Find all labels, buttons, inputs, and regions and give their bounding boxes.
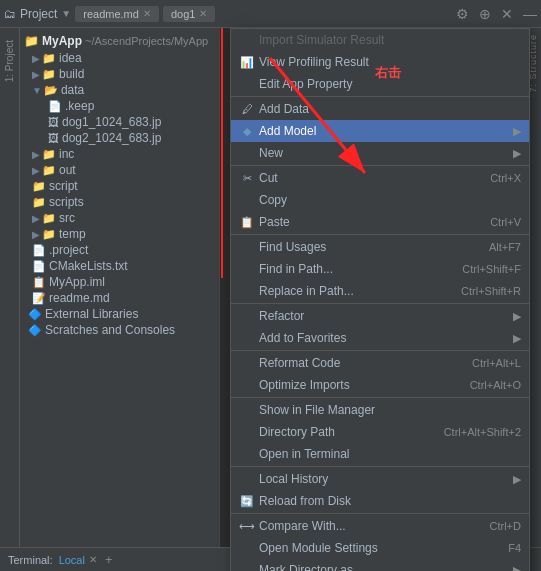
tree-item-scripts[interactable]: 📁 scripts — [20, 194, 219, 210]
tree-item-readme[interactable]: 📝 readme.md — [20, 290, 219, 306]
shortcut-label: Ctrl+Alt+L — [472, 357, 521, 369]
scratch-icon: 🔷 — [28, 324, 42, 337]
menu-item-refactor[interactable]: Refactor ▶ — [231, 305, 529, 327]
tree-item-cmakelists[interactable]: 📄 CMakeLists.txt — [20, 258, 219, 274]
menu-item-show-file-mgr[interactable]: Show in File Manager — [231, 399, 529, 421]
menu-label: Find Usages — [259, 240, 326, 254]
shortcut-label: Ctrl+Shift+F — [462, 263, 521, 275]
tree-item-keep[interactable]: 📄 .keep — [20, 98, 219, 114]
menu-item-reload-disk[interactable]: 🔄 Reload from Disk — [231, 490, 529, 512]
menu-item-open-module[interactable]: Open Module Settings F4 — [231, 537, 529, 559]
menu-item-add-model[interactable]: ◆ Add Model ▶ — [231, 120, 529, 142]
shortcut-label: Ctrl+D — [490, 520, 521, 532]
tree-item-ext-libs[interactable]: 🔷 External Libraries — [20, 306, 219, 322]
tab-dog[interactable]: dog1 ✕ — [163, 6, 215, 22]
shortcut-label: F4 — [508, 542, 521, 554]
menu-item-add-favorites[interactable]: Add to Favorites ▶ — [231, 327, 529, 349]
menu-item-find-path[interactable]: Find in Path... Ctrl+Shift+F — [231, 258, 529, 280]
top-bar: 🗂 Project ▼ readme.md ✕ dog1 ✕ ⚙ ⊕ ✕ — — [0, 0, 541, 28]
tab-readme[interactable]: readme.md ✕ — [75, 6, 159, 22]
menu-item-paste[interactable]: 📋 Paste Ctrl+V — [231, 211, 529, 233]
submenu-arrow: ▶ — [513, 147, 521, 160]
menu-item-import-sim[interactable]: Import Simulator Result — [231, 29, 529, 51]
terminal-tab[interactable]: Local — [59, 554, 85, 566]
tree-item-dotproject[interactable]: 📄 .project — [20, 242, 219, 258]
menu-item-compare-with[interactable]: ⟷ Compare With... Ctrl+D — [231, 515, 529, 537]
close-icon[interactable]: ✕ — [501, 6, 513, 22]
tree-item-script[interactable]: 📁 script — [20, 178, 219, 194]
search-icon[interactable]: ⊕ — [479, 6, 491, 22]
menu-item-mark-dir[interactable]: Mark Directory as ▶ — [231, 559, 529, 571]
menu-item-new[interactable]: New ▶ — [231, 142, 529, 164]
submenu-arrow: ▶ — [513, 564, 521, 572]
menu-item-local-history[interactable]: Local History ▶ — [231, 468, 529, 490]
tree-item-temp[interactable]: ▶ 📁 temp — [20, 226, 219, 242]
tree-item-inc[interactable]: ▶ 📁 inc — [20, 146, 219, 162]
item-label: inc — [59, 147, 74, 161]
library-icon: 🔷 — [28, 308, 42, 321]
item-label: dog1_1024_683.jp — [62, 115, 161, 129]
separator-3 — [231, 234, 529, 235]
submenu-arrow: ▶ — [513, 473, 521, 486]
separator-8 — [231, 513, 529, 514]
menu-item-dir-path[interactable]: Directory Path Ctrl+Alt+Shift+2 — [231, 421, 529, 443]
arrow-icon: ▶ — [32, 149, 40, 160]
separator-2 — [231, 165, 529, 166]
menu-item-find-usages[interactable]: Find Usages Alt+F7 — [231, 236, 529, 258]
menu-item-open-terminal[interactable]: Open in Terminal — [231, 443, 529, 465]
shortcut-label: Ctrl+Shift+R — [461, 285, 521, 297]
file-icon: 📄 — [48, 100, 62, 113]
folder-open-icon: 📂 — [44, 84, 58, 97]
menu-item-add-data[interactable]: 🖊 Add Data — [231, 98, 529, 120]
tree-item-src[interactable]: ▶ 📁 src — [20, 210, 219, 226]
image-icon: 🖼 — [48, 132, 59, 144]
tree-item-dog1[interactable]: 🖼 dog1_1024_683.jp — [20, 114, 219, 130]
image-icon: 🖼 — [48, 116, 59, 128]
terminal-close-icon[interactable]: ✕ — [89, 554, 97, 565]
menu-label: Replace in Path... — [259, 284, 354, 298]
menu-item-optimize[interactable]: Optimize Imports Ctrl+Alt+O — [231, 374, 529, 396]
menu-item-replace-path[interactable]: Replace in Path... Ctrl+Shift+R — [231, 280, 529, 302]
menu-item-copy[interactable]: Copy — [231, 189, 529, 211]
menu-label: Add to Favorites — [259, 331, 346, 345]
menu-label: Reformat Code — [259, 356, 340, 370]
arrow-icon: ▶ — [32, 53, 40, 64]
profiling-icon: 📊 — [239, 56, 255, 69]
dropdown-icon[interactable]: ▼ — [61, 8, 71, 19]
item-label: External Libraries — [45, 307, 138, 321]
tree-item-idea[interactable]: ▶ 📁 idea — [20, 50, 219, 66]
separator-7 — [231, 466, 529, 467]
menu-label: Local History — [259, 472, 328, 486]
menu-item-reformat[interactable]: Reformat Code Ctrl+Alt+L — [231, 352, 529, 374]
menu-label: Open in Terminal — [259, 447, 350, 461]
root-path: ~/AscendProjects/MyApp — [85, 35, 208, 47]
close-icon[interactable]: ✕ — [143, 8, 151, 19]
item-label: src — [59, 211, 75, 225]
compare-icon: ⟷ — [239, 520, 255, 533]
project-icon: 🗂 — [4, 7, 16, 21]
menu-item-cut[interactable]: ✂ Cut Ctrl+X — [231, 167, 529, 189]
root-folder-name[interactable]: MyApp — [42, 34, 82, 48]
menu-label: Show in File Manager — [259, 403, 375, 417]
tree-item-build[interactable]: ▶ 📁 build — [20, 66, 219, 82]
minimize-icon[interactable]: — — [523, 6, 537, 22]
project-sidebar-label[interactable]: 1: Project — [4, 40, 15, 82]
tree-item-dog2[interactable]: 🖼 dog2_1024_683.jp — [20, 130, 219, 146]
settings-icon[interactable]: ⚙ — [456, 6, 469, 22]
tree-item-out[interactable]: ▶ 📁 out — [20, 162, 219, 178]
tree-item-myapp-iml[interactable]: 📋 MyApp.iml — [20, 274, 219, 290]
terminal-add-icon[interactable]: + — [105, 552, 113, 567]
tree-item-scratches[interactable]: 🔷 Scratches and Consoles — [20, 322, 219, 338]
add-data-icon: 🖊 — [239, 103, 255, 115]
close-icon[interactable]: ✕ — [199, 8, 207, 19]
main-layout: 1: Project 📁 MyApp ~/AscendProjects/MyAp… — [0, 28, 541, 547]
tab-label: dog1 — [171, 8, 195, 20]
submenu-arrow: ▶ — [513, 310, 521, 323]
separator-1 — [231, 96, 529, 97]
menu-label: Directory Path — [259, 425, 335, 439]
tree-item-data[interactable]: ▼ 📂 data — [20, 82, 219, 98]
menu-label: Cut — [259, 171, 278, 185]
folder-icon: 📁 — [42, 164, 56, 177]
item-label: Scratches and Consoles — [45, 323, 175, 337]
project-label: Project — [20, 7, 57, 21]
